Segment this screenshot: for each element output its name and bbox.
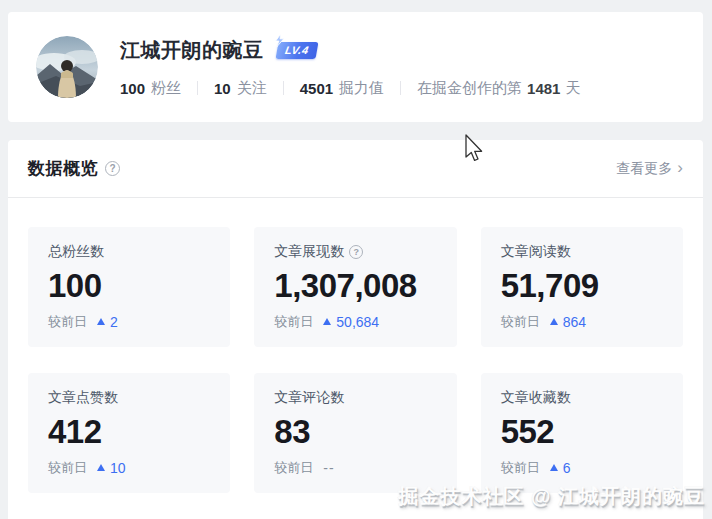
triangle-up-icon <box>323 318 331 325</box>
triangle-up-icon <box>550 464 558 471</box>
watermark: 掘金技术社区 @ 江城开朗的豌豆 <box>398 483 705 510</box>
card-delta: 较前日 -- <box>274 459 436 477</box>
delta-value: 2 <box>110 314 118 330</box>
card-label-text: 文章展现数 <box>274 243 344 261</box>
delta-label: 较前日 <box>48 459 87 477</box>
card-article-reads: 文章阅读数 51,709 较前日 864 <box>481 227 683 347</box>
following-count: 10 <box>214 80 231 97</box>
delta-label: 较前日 <box>274 459 313 477</box>
card-value: 83 <box>274 412 436 452</box>
card-delta: 较前日 2 <box>48 313 210 331</box>
card-label-text: 文章评论数 <box>274 389 344 407</box>
chevron-right-icon: › <box>677 159 683 176</box>
level-badge-label: LV.4 <box>284 44 310 56</box>
user-name: 江城开朗的豌豆 <box>120 37 264 64</box>
delta-value: 50,684 <box>336 314 379 330</box>
card-label: 文章评论数 <box>274 389 436 407</box>
power-label: 掘力值 <box>339 79 384 98</box>
card-label: 文章阅读数 <box>501 243 663 261</box>
avatar-image <box>36 36 98 98</box>
triangle-up-icon <box>550 318 558 325</box>
view-more-label: 查看更多 <box>616 160 672 178</box>
card-article-likes: 文章点赞数 412 较前日 10 <box>28 373 230 493</box>
panel-title: 数据概览 <box>28 157 98 180</box>
delta-label: 较前日 <box>274 313 313 331</box>
creation-days-value: 1481 <box>527 80 560 97</box>
delta-value: -- <box>323 460 334 476</box>
divider <box>283 81 284 95</box>
profile-stats-row: 100 粉丝 10 关注 4501 掘力值 在掘金创作的第 1481 天 <box>120 79 580 98</box>
name-row: 江城开朗的豌豆 LV.4 <box>120 37 580 64</box>
card-total-followers: 总粉丝数 100 较前日 2 <box>28 227 230 347</box>
card-label: 文章点赞数 <box>48 389 210 407</box>
card-label: 总粉丝数 <box>48 243 210 261</box>
triangle-up-icon <box>97 464 105 471</box>
delta-label: 较前日 <box>48 313 87 331</box>
followers-label: 粉丝 <box>151 79 181 98</box>
following-label: 关注 <box>237 79 267 98</box>
profile-card: 江城开朗的豌豆 LV.4 100 粉丝 10 关注 4501 掘力值 在掘金创作 <box>8 12 703 122</box>
card-value: 1,307,008 <box>274 266 436 306</box>
question-circle-icon[interactable]: ? <box>105 161 120 176</box>
avatar[interactable] <box>36 36 98 98</box>
creation-days-suffix: 天 <box>565 79 580 98</box>
profile-info: 江城开朗的豌豆 LV.4 100 粉丝 10 关注 4501 掘力值 在掘金创作 <box>120 37 580 98</box>
card-delta: 较前日 10 <box>48 459 210 477</box>
creation-days-prefix: 在掘金创作的第 <box>417 79 522 98</box>
card-label-text: 文章收藏数 <box>501 389 571 407</box>
power-count: 4501 <box>300 80 333 97</box>
delta-value: 6 <box>563 460 571 476</box>
data-overview-panel: 数据概览 ? 查看更多 › 总粉丝数 100 较前日 2 <box>8 140 703 519</box>
view-more-link[interactable]: 查看更多 › <box>616 160 683 178</box>
panel-title-wrap: 数据概览 ? <box>28 157 120 180</box>
stats-cards-grid: 总粉丝数 100 较前日 2 文章展现数 ? 1,307,008 较前日 <box>8 198 703 493</box>
card-label-text: 文章点赞数 <box>48 389 118 407</box>
divider <box>400 81 401 95</box>
question-circle-icon[interactable]: ? <box>349 245 363 259</box>
card-article-bookmarks: 文章收藏数 552 较前日 6 <box>481 373 683 493</box>
delta-value: 10 <box>110 460 126 476</box>
followers-count: 100 <box>120 80 145 97</box>
divider <box>197 81 198 95</box>
card-label: 文章展现数 ? <box>274 243 436 261</box>
lightning-icon <box>273 34 285 48</box>
card-delta: 较前日 6 <box>501 459 663 477</box>
card-value: 552 <box>501 412 663 452</box>
delta-label: 较前日 <box>501 459 540 477</box>
delta-value: 864 <box>563 314 586 330</box>
card-article-comments: 文章评论数 83 较前日 -- <box>254 373 456 493</box>
card-label-text: 文章阅读数 <box>501 243 571 261</box>
triangle-up-icon <box>97 318 105 325</box>
card-delta: 较前日 864 <box>501 313 663 331</box>
card-article-impressions: 文章展现数 ? 1,307,008 较前日 50,684 <box>254 227 456 347</box>
card-delta: 较前日 50,684 <box>274 313 436 331</box>
delta-label: 较前日 <box>501 313 540 331</box>
panel-header: 数据概览 ? 查看更多 › <box>8 140 703 198</box>
card-value: 100 <box>48 266 210 306</box>
card-label: 文章收藏数 <box>501 389 663 407</box>
creator-dashboard-screen: 江城开朗的豌豆 LV.4 100 粉丝 10 关注 4501 掘力值 在掘金创作 <box>0 0 712 519</box>
card-label-text: 总粉丝数 <box>48 243 104 261</box>
level-badge[interactable]: LV.4 <box>275 42 318 59</box>
card-value: 51,709 <box>501 266 663 306</box>
card-value: 412 <box>48 412 210 452</box>
